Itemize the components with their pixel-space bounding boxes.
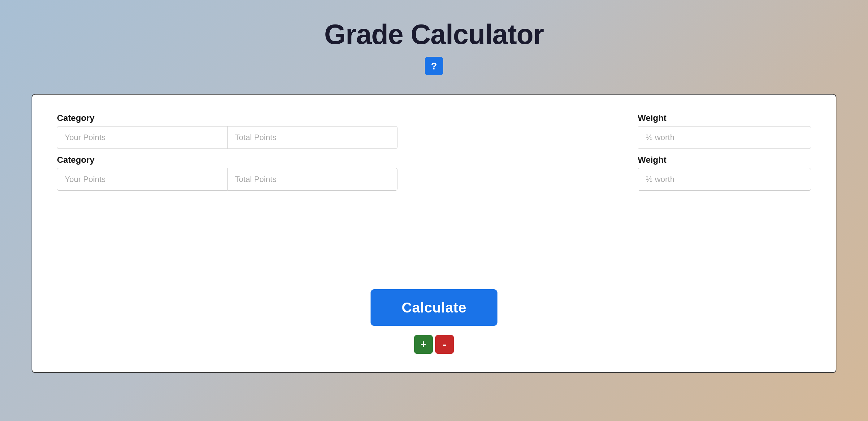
category-row: Category Weight	[57, 113, 811, 149]
weight-label-2: Weight	[638, 155, 811, 165]
rows-section: Category Weight Category Weight	[57, 113, 811, 271]
calculate-button[interactable]: Calculate	[371, 289, 497, 326]
help-button[interactable]: ?	[425, 57, 443, 75]
weight-label-1: Weight	[638, 113, 811, 123]
category-label-1: Category	[57, 113, 619, 123]
bottom-section: Calculate + -	[57, 271, 811, 354]
category-right-2: Weight	[638, 155, 811, 191]
add-remove-buttons: + -	[414, 335, 454, 354]
category-left-2: Category	[57, 155, 619, 191]
category-right-1: Weight	[638, 113, 811, 149]
points-inputs-1	[57, 126, 398, 149]
your-points-input-1[interactable]	[57, 126, 227, 149]
page-header: Grade Calculator ?	[324, 19, 544, 75]
points-inputs-2	[57, 168, 398, 191]
add-row-button[interactable]: +	[414, 335, 433, 354]
total-points-input-2[interactable]	[227, 168, 398, 191]
category-label-2: Category	[57, 155, 619, 165]
total-points-input-1[interactable]	[227, 126, 398, 149]
weight-input-2[interactable]	[638, 168, 811, 191]
remove-row-button[interactable]: -	[435, 335, 454, 354]
page-title: Grade Calculator	[324, 19, 544, 51]
category-row: Category Weight	[57, 155, 811, 191]
weight-input-1[interactable]	[638, 126, 811, 149]
category-left-1: Category	[57, 113, 619, 149]
calculator-container: Category Weight Category Weight	[32, 94, 836, 373]
your-points-input-2[interactable]	[57, 168, 227, 191]
